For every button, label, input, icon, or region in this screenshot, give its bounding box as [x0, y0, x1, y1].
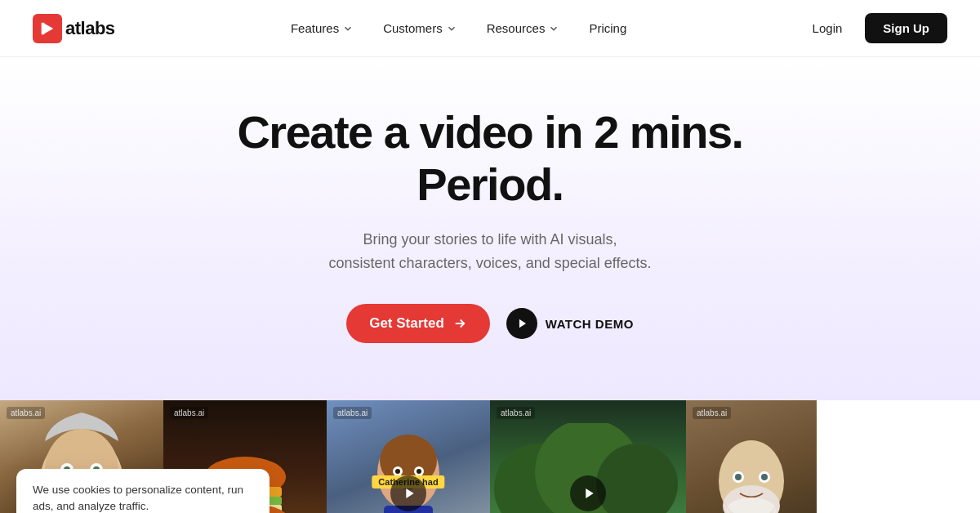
logo-link[interactable]: atlabs [33, 14, 115, 43]
svg-marker-3 [519, 319, 526, 328]
chevron-down-icon [342, 23, 354, 34]
login-button[interactable]: Login [803, 15, 853, 42]
svg-marker-23 [406, 488, 413, 498]
chevron-down-icon [446, 23, 457, 34]
video-watermark-3: atlabs.ai [333, 407, 372, 419]
video-watermark-2: atlabs.ai [170, 407, 208, 419]
hero-subtitle: Bring your stories to life with AI visua… [329, 228, 652, 275]
hero-section: Create a video in 2 mins. Period. Bring … [0, 57, 980, 400]
chevron-down-icon [548, 23, 559, 34]
svg-point-40 [761, 474, 768, 480]
cookie-banner: We use cookies to personalize content, r… [16, 469, 270, 513]
signup-button[interactable]: Sign Up [865, 13, 947, 43]
nav-item-features[interactable]: Features [279, 15, 365, 42]
play-circle [506, 308, 537, 339]
get-started-button[interactable]: Get Started [346, 304, 490, 343]
cookie-text: We use cookies to personalize content, r… [33, 482, 253, 513]
watch-demo-button[interactable]: WATCH DEMO [506, 308, 634, 339]
hero-buttons: Get Started WATCH DEMO [346, 304, 634, 343]
svg-point-39 [735, 474, 742, 480]
svg-point-21 [416, 469, 421, 474]
logo-icon [33, 14, 62, 43]
logo-svg [38, 20, 56, 38]
nav-right: Login Sign Up [803, 13, 947, 43]
video-watermark-4: atlabs.ai [497, 407, 535, 419]
nav-item-resources[interactable]: Resources [475, 15, 572, 42]
video-card-3[interactable]: Catherine had atlabs.ai [327, 400, 490, 513]
oldman-thumbnail [702, 416, 800, 513]
video-play-4[interactable] [570, 475, 606, 511]
video-watermark-5: atlabs.ai [693, 407, 731, 419]
nav-links: Features Customers Resources Pricing [279, 15, 638, 42]
svg-point-20 [395, 469, 400, 474]
play-icon [403, 487, 416, 500]
arrow-icon [452, 316, 467, 331]
play-icon [517, 318, 528, 329]
play-icon [583, 487, 596, 500]
video-play-3[interactable] [390, 475, 426, 511]
hero-title: Create a video in 2 mins. Period. [204, 106, 776, 212]
svg-marker-0 [43, 22, 54, 34]
nav-item-pricing[interactable]: Pricing [577, 15, 638, 42]
video-card-4[interactable]: Countryside Escape atlabs.ai [490, 400, 686, 513]
video-card-5[interactable]: atlabs.ai [686, 400, 817, 513]
svg-marker-34 [586, 488, 593, 498]
nav-item-customers[interactable]: Customers [372, 15, 469, 42]
svg-rect-1 [42, 22, 45, 34]
navbar: atlabs Features Customers Resources Pric… [0, 0, 980, 57]
video-watermark-1: atlabs.ai [7, 407, 45, 419]
logo-text: atlabs [65, 18, 115, 39]
